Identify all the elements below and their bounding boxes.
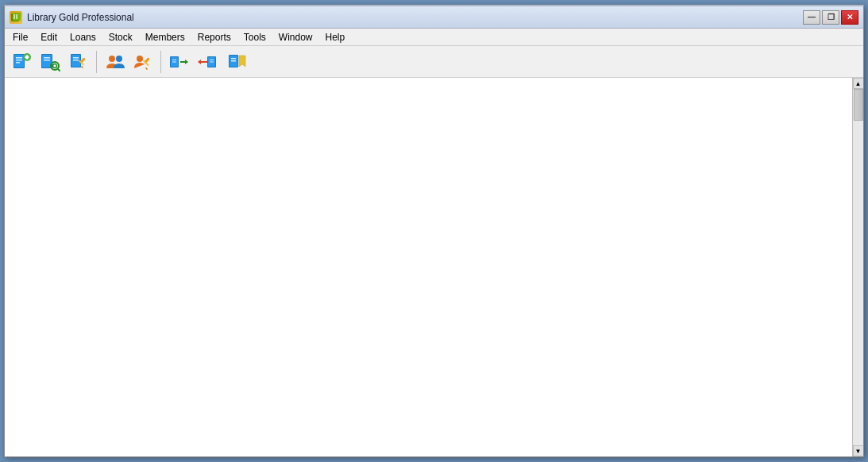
svg-rect-5 bbox=[14, 55, 24, 67]
menu-file[interactable]: File bbox=[6, 29, 34, 45]
svg-rect-11 bbox=[25, 56, 29, 58]
toolbar-edit-book[interactable] bbox=[65, 49, 92, 75]
svg-rect-2 bbox=[14, 14, 15, 19]
svg-marker-24 bbox=[81, 66, 83, 68]
minimize-button[interactable]: — bbox=[803, 10, 820, 25]
toolbar-return[interactable] bbox=[194, 49, 221, 75]
app-icon bbox=[10, 11, 22, 24]
restore-button[interactable]: ❐ bbox=[822, 10, 839, 25]
svg-point-27 bbox=[116, 56, 122, 62]
toolbar-new-book[interactable] bbox=[8, 49, 35, 75]
menu-loans[interactable]: Loans bbox=[64, 29, 102, 45]
svg-rect-3 bbox=[16, 14, 17, 19]
scrollbar-up-arrow[interactable]: ▲ bbox=[853, 78, 864, 89]
svg-point-26 bbox=[109, 56, 115, 62]
toolbar bbox=[5, 46, 863, 78]
svg-point-28 bbox=[137, 56, 143, 62]
svg-line-18 bbox=[58, 68, 60, 71]
menu-members[interactable]: Members bbox=[139, 29, 191, 45]
toolbar-reserve[interactable] bbox=[222, 49, 249, 75]
svg-rect-45 bbox=[231, 60, 236, 62]
svg-rect-22 bbox=[73, 60, 79, 61]
scrollbar-thumb[interactable] bbox=[854, 89, 863, 121]
toolbar-separator-2 bbox=[160, 51, 161, 73]
svg-rect-7 bbox=[16, 60, 22, 61]
menu-bar: File Edit Loans Stock Members Reports To… bbox=[5, 29, 863, 46]
toolbar-edit-member[interactable] bbox=[129, 49, 156, 75]
scrollbar-vertical[interactable]: ▲ ▼ bbox=[852, 78, 863, 456]
svg-point-17 bbox=[53, 64, 57, 67]
toolbar-search-book[interactable] bbox=[37, 49, 64, 75]
main-content: ▲ ▼ bbox=[5, 78, 863, 456]
svg-rect-14 bbox=[44, 57, 50, 59]
svg-rect-6 bbox=[16, 57, 22, 59]
menu-reports[interactable]: Reports bbox=[191, 29, 237, 45]
window-title: Library Gold Professional bbox=[27, 12, 134, 23]
menu-window[interactable]: Window bbox=[272, 29, 319, 45]
title-bar: Library Gold Professional — ❐ ✕ bbox=[5, 6, 863, 29]
svg-rect-40 bbox=[210, 61, 214, 62]
menu-tools[interactable]: Tools bbox=[237, 29, 272, 45]
toolbar-members[interactable] bbox=[101, 49, 128, 75]
svg-rect-15 bbox=[44, 60, 50, 61]
svg-rect-44 bbox=[231, 58, 236, 60]
svg-rect-39 bbox=[210, 60, 214, 60]
svg-rect-8 bbox=[16, 62, 20, 64]
main-window: Library Gold Professional — ❐ ✕ File Edi… bbox=[4, 5, 864, 457]
menu-stock[interactable]: Stock bbox=[102, 29, 139, 45]
title-bar-buttons: — ❐ ✕ bbox=[803, 10, 858, 25]
svg-marker-30 bbox=[145, 67, 148, 70]
scrollbar-down-arrow[interactable]: ▼ bbox=[853, 445, 864, 456]
menu-help[interactable]: Help bbox=[319, 29, 352, 45]
toolbar-loans[interactable] bbox=[165, 49, 192, 75]
close-button[interactable]: ✕ bbox=[841, 10, 858, 25]
svg-rect-34 bbox=[172, 60, 176, 60]
menu-edit[interactable]: Edit bbox=[34, 29, 64, 45]
toolbar-separator-1 bbox=[96, 51, 97, 73]
svg-marker-36 bbox=[185, 60, 188, 64]
title-bar-left: Library Gold Professional bbox=[10, 11, 134, 24]
svg-rect-35 bbox=[172, 61, 176, 62]
svg-rect-21 bbox=[73, 57, 79, 59]
